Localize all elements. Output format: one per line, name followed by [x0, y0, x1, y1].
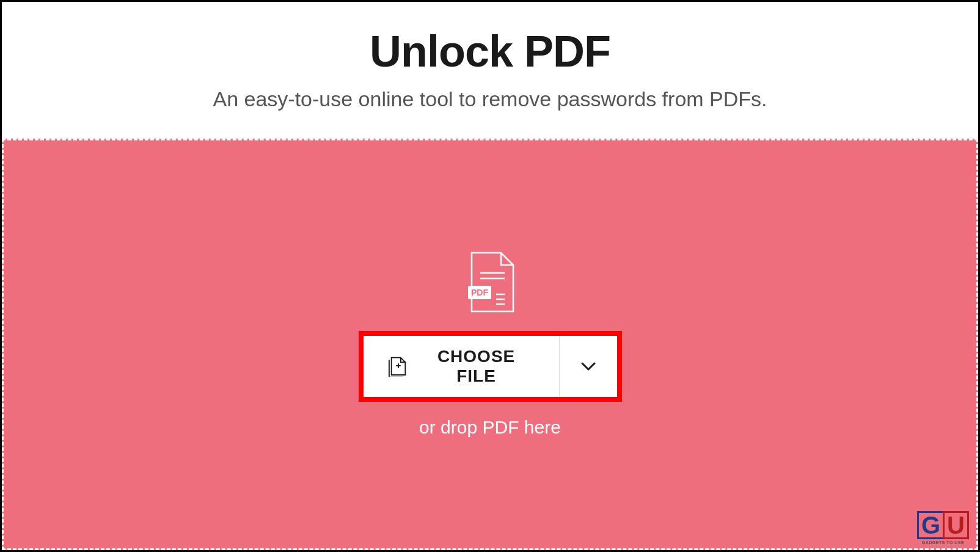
choose-file-button-group: CHOOSE FILE — [364, 336, 617, 397]
drop-hint-text: or drop PDF here — [419, 417, 561, 438]
highlight-box: CHOOSE FILE — [359, 331, 622, 402]
watermark-text: GADGETS TO USE — [922, 540, 965, 545]
dropdown-button[interactable] — [559, 336, 617, 397]
watermark-logo: G U — [917, 511, 969, 539]
svg-text:PDF: PDF — [471, 288, 488, 297]
watermark: G U GADGETS TO USE — [917, 511, 969, 545]
choose-file-button[interactable]: CHOOSE FILE — [364, 336, 559, 397]
file-add-icon — [388, 354, 408, 379]
pdf-document-icon: PDF — [466, 252, 514, 313]
page-title: Unlock PDF — [14, 26, 966, 76]
choose-file-label: CHOOSE FILE — [419, 347, 535, 386]
page-subtitle: An easy-to-use online tool to remove pas… — [14, 87, 966, 111]
header: Unlock PDF An easy-to-use online tool to… — [2, 2, 978, 139]
drop-zone[interactable]: PDF CHOOSE FILE — [2, 139, 978, 550]
chevron-down-icon — [581, 362, 596, 371]
